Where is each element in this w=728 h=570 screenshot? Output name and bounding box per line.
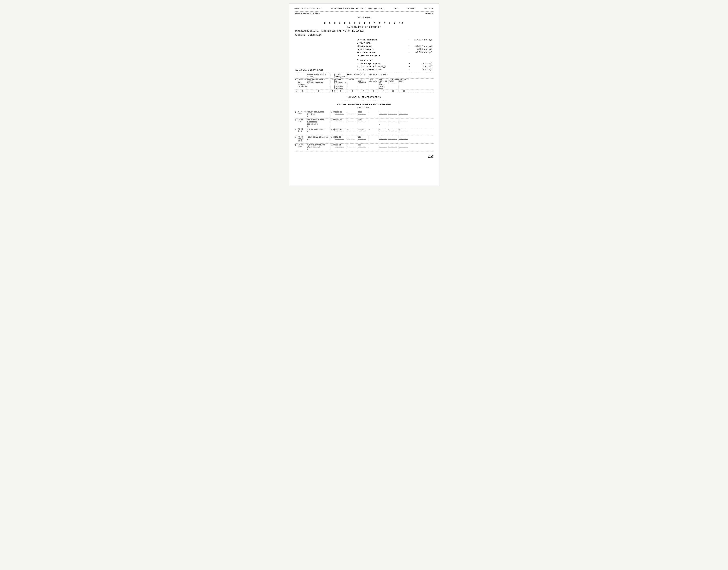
th-empty2 (298, 73, 307, 78)
per3-row: 3. 1 М3 объема здания — 2,92 руб. (357, 68, 433, 71)
th-name-header: НАИМЕНОВАНИЕ РАБОТ И ЗАТРАТ, (307, 73, 331, 78)
row2-col10: —--------- (388, 119, 399, 123)
row3-qty: 4,00 (331, 128, 335, 130)
th-cost-unit: :СТОИМ. ЕДИНИЦЫ,РУБ.: (335, 73, 347, 78)
row5-total: 513-------- (358, 144, 369, 149)
made-in-block: СОСТАВЛЕНА В ЦЕНАХ 1991г. (295, 64, 325, 71)
colnum-2: 2 (298, 90, 307, 92)
colnum-10: 10 (388, 90, 399, 92)
row3-col8: — (369, 128, 379, 130)
page: №264-12-318.92 Аl.16с.2 ПРОГРАММНЫЙ КОМП… (289, 3, 439, 187)
row1-price: 3538,00--------- (335, 111, 347, 116)
row4-name: =ШКАФ ВВОДА ШВ=160=11ШТ (307, 136, 331, 140)
row2-name: =ШКАФ РЕГУЛЯТОРОВ НАПРЯЖЕНИЯШРН=15=10=1Ш… (307, 119, 331, 127)
row3-price2: —-------- (347, 128, 358, 133)
cost-per-title: Стоимость на: (357, 59, 433, 62)
row2-col8: — (369, 119, 379, 121)
per2-label: 2. 1 М2 полезной площади (357, 65, 407, 68)
row4-col8: — (369, 136, 379, 138)
row4-col9: —--------- (379, 136, 388, 143)
table-row: 1 57-07-213=23 =ПУЛЬТ УПРАВЛЕНИЯ Пу=4И=6… (295, 111, 433, 118)
table-row: 3 ТО ЖЕ3=41 =ТО ЖЕ ШРН=1s=5=1ШТ 4,00 388… (295, 128, 433, 136)
row3-code: ТО ЖЕ3=41 (298, 128, 307, 132)
row4-num: 4 (295, 136, 298, 138)
equip-value: 58,877 тнс.руб. (412, 45, 433, 48)
row5-price: 512,84--------- (335, 144, 347, 149)
system-code: СUTO-4-60=2 (295, 106, 433, 109)
colnum-5: 5 (335, 90, 347, 92)
th-mashina: 1 МАШИН (347, 79, 358, 89)
th-na-ed: :НА ЕДИН. : ВСЕГО (399, 79, 409, 89)
colnum-3: 3 (307, 90, 331, 92)
row1-price2: —-------- (347, 111, 358, 116)
section1-title: РАЗДЕЛ 1 ОБОРУДОВАНИЕ (347, 96, 381, 98)
row5-col8: — (369, 144, 379, 146)
th-ne-za: -ЧИХ, ЧЕЛ,-Н НЕ ЗА-:НЯТЫХ ОБСЛУЖ. МАШИН (379, 79, 388, 89)
section1-header: РАЗДЕЛ 1 ОБОРУДОВАНИЕ (295, 95, 433, 98)
th-labor: :ЗАТРАТЫ ТРУДА РАБО- (369, 73, 409, 78)
row1-col11: —--------- (399, 111, 409, 116)
main-title-block: Л О К А Л Ь Н А Я С М Е Т А № 13 НА ПОСТ… (295, 22, 433, 29)
building-name-label: НАИМЕНОВАНИЕ СТРОЙКИ= (295, 12, 320, 15)
row4-col10: —--------- (388, 136, 399, 141)
per3-label: 3. 1 М3 объема здания (357, 68, 407, 71)
row1-col8: — (369, 111, 379, 113)
top-reference-line: №264-12-318.92 Аl.16с.2 ПРОГРАММНЫЙ КОМП… (295, 7, 433, 10)
basis-label: ОСНОВАНИЕ: СПЕЦИФИКАЦИЯ (295, 34, 322, 36)
per2-row: 2. 1 М2 полезной площади — 2,92 руб. (357, 65, 433, 68)
row2-col11: —--------- (399, 119, 409, 123)
row3-col11: —--------- (399, 128, 409, 133)
row5-col9: —--------- (379, 144, 388, 151)
table-row: 4 ТО ЖЕАОП,73=46 =ШКАФ ВВОДА ШВ=160=11ШТ… (295, 136, 433, 144)
system-name: СИСТЕМА УПРАВЛЕНИЯ ТЕАТРАЛЬНЫМ ОСВЕЩЕНИЕ… (295, 103, 433, 106)
row4-col11: —--------- (399, 136, 409, 141)
colnum-9: 9 (379, 90, 388, 92)
object-name-label: НАИМЕНОВАНИЕ ОБЪЕКТА= (295, 30, 320, 33)
row2-code: ТО ЖЕ3=42 (298, 119, 307, 123)
other-label: прочие затраты (357, 48, 407, 51)
per2-value: 2,92 руб. (412, 65, 433, 68)
row5-code: ТО ЖЕ3=44 (298, 144, 307, 148)
row3-price: 3882,43--------- (335, 128, 347, 133)
row1-col10: —--------- (388, 111, 399, 116)
cost-total-value: 147,823 тнс.руб. (412, 39, 433, 41)
cost-per-block: Стоимость на: 1. Расчетную единицу — 14,… (357, 59, 433, 71)
row1-name: =ПУЛЬТ УПРАВЛЕНИЯ Пу=4И=60ШТ (307, 111, 331, 117)
table-header: НАИМЕНОВАНИЕ РАБОТ И ЗАТРАТ, :СТОИМ. ЕДИ… (295, 73, 433, 93)
made-in-label: СОСТАВЛЕНА В ЦЕНАХ 1991г. (295, 69, 325, 71)
indicators-label: Показатели по смете (357, 54, 407, 57)
row4-total: 691-------- (358, 136, 369, 141)
equip-label: оборудования (357, 45, 407, 48)
per1-label: 1. Расчетную единицу (357, 62, 407, 65)
object-name-line: НАИМЕНОВАНИЕ ОБЪЕКТА= РАЙОННЫЙ ДОМ КУЛЬТ… (295, 30, 433, 33)
object-number-label: ОБЪЕКТ НОМЕР (357, 17, 371, 19)
th-empty3 (331, 73, 335, 78)
th-n: N (295, 79, 298, 89)
row1-total: 3538-------- (358, 111, 369, 116)
colnum-6: 6 (347, 90, 358, 92)
row1-qty: 1,00 (331, 111, 335, 113)
doc-number: 3026862 (407, 7, 415, 10)
per1-value: 14,63 руб. (412, 62, 433, 65)
incl-label: В том числе: (357, 42, 407, 45)
right-corner-label: Ea (428, 153, 433, 159)
table-row: 2 ТО ЖЕ3=42 =ШКАФ РЕГУЛЯТОРОВ НАПРЯЖЕНИЯ… (295, 118, 433, 128)
cost-block: Сметная стоимость — 147,823 тнс.руб. В т… (357, 38, 433, 57)
row4-price2: —-------- (347, 136, 358, 141)
cost-dash: — (407, 39, 412, 41)
th-total-cost: ОБЩАЯ СТОИМОСТЬ,РУБ. (347, 73, 369, 78)
page-number: -265- (393, 7, 399, 10)
row5-name: =АВТОТРАНСФОРМАТОРАТ160=380,415ШТ (307, 144, 331, 151)
equip-row: оборудования — 58,877 тнс.руб. (357, 45, 433, 48)
th-name2: НАИМЕНОВАНИЕ РАБОТ И ЗАТРАТ,ЕДИНИЦА ИЗМЕ… (307, 79, 331, 89)
row2-total: 3951-------- (358, 119, 369, 123)
colnum-8: 8 (369, 90, 379, 92)
install-value: 83,020 тнс.руб. (412, 51, 433, 54)
row1-num: 1 (295, 111, 298, 113)
row2-price2: —-------- (347, 119, 358, 123)
object-name-value: РАЙОННЫЙ ДОМ КУЛЬТУРЫ(ЗАЛ НА 600МЕСТ) (321, 30, 365, 33)
per1-row: 1. Расчетную единицу — 14,63 руб. (357, 62, 433, 65)
per3-value: 2,92 руб. (412, 68, 433, 71)
row3-num: 3 (295, 128, 298, 131)
incl-row: В том числе: (357, 42, 433, 45)
